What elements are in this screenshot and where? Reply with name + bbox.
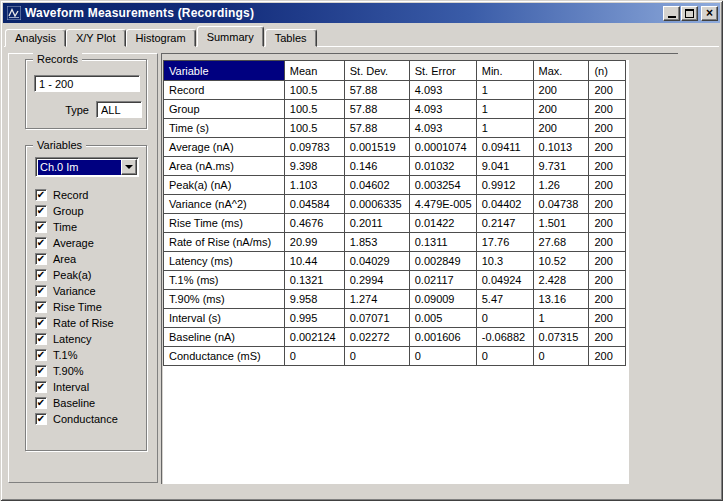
checkbox-item-t-90[interactable]: ✔T.90% (35, 363, 145, 379)
checkbox-item-rate-of-rise[interactable]: ✔Rate of Rise (35, 315, 145, 331)
table-row-rise-time-ms: Rise Time (ms)0.46760.20110.014220.21471… (164, 214, 626, 233)
summary-tab-page: Records Type Variables Ch.0 Im ✔Record✔G… (4, 46, 719, 488)
checkbox-item-conductance[interactable]: ✔Conductance (35, 411, 145, 427)
value-cell: -0.06882 (476, 328, 533, 347)
value-cell: 0.001606 (409, 328, 476, 347)
checkbox-item-group[interactable]: ✔Group (35, 203, 145, 219)
channel-dropdown-button[interactable] (121, 159, 137, 175)
table-row-group: Group100.557.884.0931200200 (164, 100, 626, 119)
table-row-variance-na-2: Variance (nA^2)0.045840.00063354.479E-00… (164, 195, 626, 214)
value-cell: 0.0006335 (344, 195, 409, 214)
checkbox-item-record[interactable]: ✔Record (35, 187, 145, 203)
value-cell: 200 (589, 233, 626, 252)
checkbox-label: Area (47, 253, 76, 265)
tab-histogram[interactable]: Histogram (126, 29, 196, 47)
t-90-checkbox[interactable]: ✔ (35, 365, 47, 377)
value-cell: 200 (589, 176, 626, 195)
checkbox-item-baseline[interactable]: ✔Baseline (35, 395, 145, 411)
column-header-mean[interactable]: Mean (284, 61, 344, 81)
value-cell: 57.88 (344, 81, 409, 100)
table-row-rate-of-rise-na-ms: Rate of Rise (nA/ms)20.991.8530.131117.7… (164, 233, 626, 252)
minimize-icon (668, 16, 676, 18)
checkbox-item-interval[interactable]: ✔Interval (35, 379, 145, 395)
value-cell: 0.09783 (284, 138, 344, 157)
interval-checkbox[interactable]: ✔ (35, 381, 47, 393)
records-group: Records Type (25, 59, 147, 129)
column-header-st-dev[interactable]: St. Dev. (344, 61, 409, 81)
table-row-latency-ms: Latency (ms)10.440.040290.00284910.310.5… (164, 252, 626, 271)
tab-tables[interactable]: Tables (265, 29, 317, 47)
latency-checkbox[interactable]: ✔ (35, 333, 47, 345)
average-checkbox[interactable]: ✔ (35, 237, 47, 249)
rate-of-rise-checkbox[interactable]: ✔ (35, 317, 47, 329)
app-waveform-icon (7, 6, 21, 20)
value-cell: 2.428 (533, 271, 589, 290)
type-label: Type (34, 104, 96, 116)
value-cell: 200 (533, 119, 589, 138)
channel-dropdown[interactable]: Ch.0 Im (35, 157, 139, 177)
table-row-conductance-ms: Conductance (mS)00000200 (164, 347, 626, 366)
summary-table: VariableMeanSt. Dev.St. ErrorMin.Max.(n)… (163, 60, 626, 366)
checkbox-label: Baseline (47, 397, 95, 409)
checkbox-item-rise-time[interactable]: ✔Rise Time (35, 299, 145, 315)
value-cell: 10.44 (284, 252, 344, 271)
value-cell: 4.093 (409, 81, 476, 100)
checkbox-label: T.1% (47, 349, 77, 361)
variable-cell: Area (nA.ms) (164, 157, 285, 176)
checkbox-label: Latency (47, 333, 92, 345)
checkbox-item-area[interactable]: ✔Area (35, 251, 145, 267)
maximize-button[interactable] (681, 6, 698, 21)
value-cell: 0 (409, 347, 476, 366)
variance-checkbox[interactable]: ✔ (35, 285, 47, 297)
value-cell: 0.04738 (533, 195, 589, 214)
table-row-record: Record100.557.884.0931200200 (164, 81, 626, 100)
column-header-st-error[interactable]: St. Error (409, 61, 476, 81)
value-cell: 200 (589, 81, 626, 100)
tab-x-y-plot[interactable]: X/Y Plot (66, 29, 126, 47)
checkbox-item-average[interactable]: ✔Average (35, 235, 145, 251)
peak-a-checkbox[interactable]: ✔ (35, 269, 47, 281)
tab-summary[interactable]: Summary (197, 26, 264, 47)
checkbox-item-peak-a[interactable]: ✔Peak(a) (35, 267, 145, 283)
close-button[interactable]: × (701, 6, 718, 21)
value-cell: 0 (284, 347, 344, 366)
variable-cell: Variance (nA^2) (164, 195, 285, 214)
value-cell: 1 (476, 119, 533, 138)
value-cell: 0.02272 (344, 328, 409, 347)
value-cell: 1 (476, 81, 533, 100)
table-row-time-s: Time (s)100.557.884.0931200200 (164, 119, 626, 138)
table-row-area-na-ms: Area (nA.ms)9.3980.1460.010329.0419.7312… (164, 157, 626, 176)
rise-time-checkbox[interactable]: ✔ (35, 301, 47, 313)
column-header-n[interactable]: (n) (589, 61, 626, 81)
area-checkbox[interactable]: ✔ (35, 253, 47, 265)
value-cell: 200 (533, 100, 589, 119)
checkbox-label: Average (47, 237, 94, 249)
column-header-max[interactable]: Max. (533, 61, 589, 81)
checkbox-item-time[interactable]: ✔Time (35, 219, 145, 235)
checkbox-item-latency[interactable]: ✔Latency (35, 331, 145, 347)
baseline-checkbox[interactable]: ✔ (35, 397, 47, 409)
t-1-checkbox[interactable]: ✔ (35, 349, 47, 361)
time-checkbox[interactable]: ✔ (35, 221, 47, 233)
value-cell: 1.501 (533, 214, 589, 233)
table-row-peak-a-na: Peak(a) (nA)1.1030.046020.0032540.99121.… (164, 176, 626, 195)
conductance-checkbox[interactable]: ✔ (35, 413, 47, 425)
checkbox-item-variance[interactable]: ✔Variance (35, 283, 145, 299)
variable-cell: Time (s) (164, 119, 285, 138)
records-range-input[interactable] (34, 75, 140, 92)
column-header-variable[interactable]: Variable (164, 61, 285, 81)
record-checkbox[interactable]: ✔ (35, 189, 47, 201)
checkbox-label: T.90% (47, 365, 84, 377)
table-row-average-na: Average (nA)0.097830.0015190.00010740.09… (164, 138, 626, 157)
checkbox-label: Time (47, 221, 77, 233)
checkbox-label: Group (47, 205, 84, 217)
value-cell: 0.2147 (476, 214, 533, 233)
checkbox-item-t-1[interactable]: ✔T.1% (35, 347, 145, 363)
value-cell: 1 (533, 309, 589, 328)
variable-cell: Rise Time (ms) (164, 214, 285, 233)
minimize-button[interactable] (663, 6, 680, 21)
column-header-min[interactable]: Min. (476, 61, 533, 81)
group-checkbox[interactable]: ✔ (35, 205, 47, 217)
tab-analysis[interactable]: Analysis (5, 29, 66, 47)
type-input[interactable] (96, 101, 142, 118)
